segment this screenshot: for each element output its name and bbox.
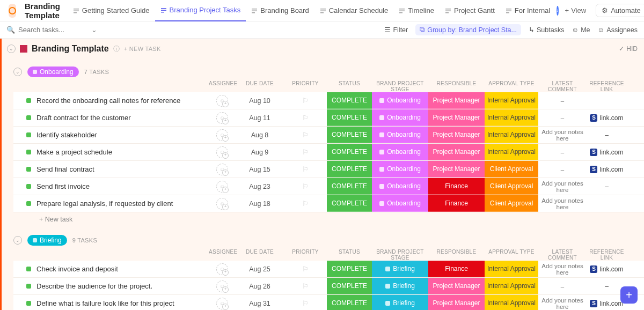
tab-getting-started-guide[interactable]: Getting Started Guide [68,0,155,21]
filter-button[interactable]: ☰Filter [384,26,408,34]
priority-flag-icon[interactable]: ⚐ [284,165,327,173]
due-date[interactable]: Aug 8 [236,131,284,139]
approval-cell[interactable]: Internal Approval [485,109,538,126]
link-cell[interactable]: – [587,131,627,139]
comment-cell[interactable]: – [538,98,587,104]
approval-cell[interactable]: Internal Approval [485,144,538,160]
comment-cell[interactable]: Add your notes here [538,129,587,142]
due-date[interactable]: Aug 11 [236,114,284,122]
due-date[interactable]: Aug 25 [236,265,284,273]
responsible-cell[interactable]: Finance [428,261,485,277]
due-date[interactable]: Aug 18 [236,200,284,208]
info-icon[interactable]: ⓘ [113,45,120,54]
stage-cell[interactable]: Onboarding [372,127,428,143]
responsible-cell[interactable]: Finance [428,195,485,212]
tab-branding-board[interactable]: Branding Board [246,0,314,21]
group-by-button[interactable]: ⧉Group by: Brand Project Sta... [415,24,521,35]
workspace-icon[interactable] [9,4,16,18]
comment-cell[interactable]: – [538,166,587,173]
more-tabs-icon[interactable]: › [557,6,558,16]
tab-branding-project-tasks[interactable]: Branding Project Tasks [155,0,246,21]
link-cell[interactable]: Slink.com [587,114,627,122]
collapse-group-icon[interactable]: ⌄ [13,236,22,245]
stage-cell[interactable]: Onboarding [372,178,428,195]
assignee-add-icon[interactable]: ☺ [216,263,228,275]
comment-cell[interactable]: Add your notes here [538,263,587,276]
automate-button[interactable]: ⚙Automate [596,4,644,17]
responsible-cell[interactable]: Project Manager [428,109,485,126]
stage-cell[interactable]: Briefing [372,261,428,277]
link-cell[interactable]: Slink.com [587,166,627,173]
add-button[interactable]: + [620,286,638,304]
search-input[interactable] [18,26,88,34]
task-row[interactable]: Record the onboarding call notes for ref… [13,92,644,109]
stage-cell[interactable]: Briefing [372,295,428,310]
add-task-button[interactable]: + New task [13,212,644,225]
due-date[interactable]: Aug 15 [236,166,284,173]
due-date[interactable]: Aug 10 [236,97,284,105]
assignee-add-icon[interactable]: ☺ [216,112,228,124]
approval-cell[interactable]: Internal Approval [485,261,538,277]
subtasks-button[interactable]: ↳Subtasks [529,26,564,34]
priority-flag-icon[interactable]: ⚐ [284,265,327,273]
priority-flag-icon[interactable]: ⚐ [284,148,327,156]
task-row[interactable]: Prepare legal analysis, if requested by … [13,195,644,212]
comment-cell[interactable]: Add your notes here [538,197,587,210]
priority-flag-icon[interactable]: ⚐ [284,97,327,105]
responsible-cell[interactable]: Finance [428,178,485,195]
add-view-button[interactable]: +View [560,6,592,14]
collapse-list-icon[interactable]: ⌄ [7,45,16,53]
approval-cell[interactable]: Internal Approval [485,92,538,109]
status-cell[interactable]: COMPLETE [327,144,372,160]
priority-flag-icon[interactable]: ⚐ [284,282,327,290]
comment-cell[interactable]: – [538,149,587,156]
status-cell[interactable]: COMPLETE [327,295,372,310]
assignees-button[interactable]: ☺Assignees [598,26,638,34]
assignee-add-icon[interactable]: ☺ [216,129,228,141]
link-cell[interactable]: – [587,183,627,190]
tab-timeline[interactable]: Timeline [393,0,440,21]
assignee-add-icon[interactable]: ☺ [216,146,228,158]
hide-button[interactable]: ✓HID [619,45,638,53]
due-date[interactable]: Aug 26 [236,283,284,290]
status-cell[interactable]: COMPLETE [327,278,372,294]
stage-cell[interactable]: Onboarding [372,161,428,178]
status-cell[interactable]: COMPLETE [327,92,372,109]
priority-flag-icon[interactable]: ⚐ [284,200,327,208]
due-date[interactable]: Aug 9 [236,149,284,156]
status-cell[interactable]: COMPLETE [327,178,372,195]
priority-flag-icon[interactable]: ⚐ [284,114,327,122]
status-cell[interactable]: COMPLETE [327,161,372,178]
stage-cell[interactable]: Onboarding [372,195,428,212]
task-row[interactable]: Draft contract for the customer☺Aug 11⚐C… [13,109,644,127]
comment-cell[interactable]: – [538,283,587,290]
approval-cell[interactable]: Client Approval [485,161,538,178]
collapse-group-icon[interactable]: ⌄ [13,68,22,76]
new-task-button[interactable]: + NEW TASK [124,46,161,52]
assignee-add-icon[interactable]: ☺ [216,298,228,309]
link-cell[interactable]: Slink.com [587,149,627,156]
stage-cell[interactable]: Onboarding [372,144,428,160]
responsible-cell[interactable]: Project Manager [428,295,485,310]
due-date[interactable]: Aug 31 [236,300,284,307]
stage-cell[interactable]: Onboarding [372,92,428,109]
task-row[interactable]: Identify stakeholder☺Aug 8⚐COMPLETEOnboa… [13,127,644,144]
group-badge[interactable]: Briefing [27,235,67,246]
task-row[interactable]: Send first invoice☺Aug 23⚐COMPLETEOnboar… [13,178,644,195]
due-date[interactable]: Aug 23 [236,183,284,190]
approval-cell[interactable]: Client Approval [485,195,538,212]
status-cell[interactable]: COMPLETE [327,127,372,143]
tab-project-gantt[interactable]: Project Gantt [440,0,500,21]
responsible-cell[interactable]: Project Manager [428,127,485,143]
responsible-cell[interactable]: Project Manager [428,92,485,109]
task-row[interactable]: Send final contract☺Aug 15⚐COMPLETEOnboa… [13,161,644,178]
assignee-add-icon[interactable]: ☺ [216,281,228,292]
approval-cell[interactable]: Internal Approval [485,278,538,294]
task-row[interactable]: Describe the audience for the project.☺A… [13,278,644,295]
responsible-cell[interactable]: Project Manager [428,144,485,160]
approval-cell[interactable]: Internal Approval [485,295,538,310]
assignee-add-icon[interactable]: ☺ [216,181,228,193]
approval-cell[interactable]: Internal Approval [485,127,538,143]
approval-cell[interactable]: Client Approval [485,178,538,195]
tab-calendar-schedule[interactable]: Calendar Schedule [314,0,394,21]
